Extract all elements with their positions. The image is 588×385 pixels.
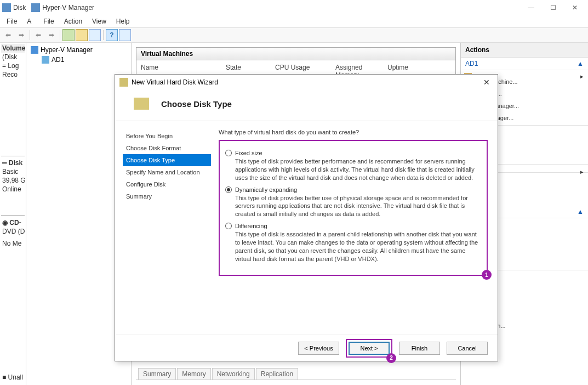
wizard-title: New Virtual Hard Disk Wizard <box>132 78 218 86</box>
badge-1: 1 <box>482 270 492 280</box>
refresh-icon[interactable] <box>119 29 131 41</box>
back-icon-2[interactable]: ⬅ <box>32 29 44 41</box>
tab-summary[interactable]: Summary <box>138 368 176 380</box>
basic-label: Basic <box>1 167 25 176</box>
wizard-header: Choose Disk Type <box>115 90 498 121</box>
wizard-close-icon[interactable]: ✕ <box>480 77 493 88</box>
app-title-2: Hyper-V Manager <box>42 4 94 12</box>
option-dynamic[interactable]: Dynamically expanding <box>225 186 481 193</box>
hyperv-icon <box>31 3 40 12</box>
wizard-steps: Before You Begin Choose Disk Format Choo… <box>115 121 211 335</box>
actions-header: Actions <box>461 43 588 58</box>
next-button[interactable]: Next > <box>349 342 390 355</box>
forward-icon-2[interactable]: ➡ <box>45 29 58 41</box>
menu-bar: File A File Action View Help <box>0 15 588 27</box>
step-summary[interactable]: Summary <box>123 190 211 202</box>
collapse-icon[interactable]: ▲ <box>577 60 584 67</box>
reco-row[interactable]: Reco <box>1 70 25 79</box>
nomedia-label: No Me <box>1 239 25 248</box>
help-icon[interactable]: ? <box>106 29 118 41</box>
label-dynamic: Dynamically expanding <box>235 186 297 193</box>
properties-icon[interactable] <box>76 29 88 41</box>
volume-header: Volume <box>1 44 25 53</box>
finish-button[interactable]: Finish <box>399 342 440 355</box>
dvd-label: DVD (D <box>1 227 25 236</box>
cd-label: ◉ CD- <box>1 218 25 227</box>
log-row[interactable]: = Log <box>1 61 25 70</box>
unallocated-label: ■ Unall <box>1 373 24 382</box>
title-bar: Disk Hyper-V Manager — ☐ ✕ <box>0 0 588 15</box>
disk-panel: Volume (Disk = Log Reco ═ Disk Basic 39,… <box>0 43 26 385</box>
back-icon[interactable]: ⬅ <box>2 29 14 41</box>
tree-root-label: Hyper-V Manager <box>41 46 93 54</box>
radio-dynamic[interactable] <box>225 186 232 193</box>
minimize-button[interactable]: — <box>520 0 542 15</box>
disk-row[interactable]: (Disk <box>1 53 25 61</box>
menu-view[interactable]: View <box>88 16 111 26</box>
server-icon <box>42 56 49 64</box>
wizard-titlebar: New Virtual Hard Disk Wizard ✕ <box>115 75 498 90</box>
option-fixed-size[interactable]: Fixed size <box>225 150 481 156</box>
menu-file-1[interactable]: File <box>2 16 21 26</box>
menu-file-2[interactable]: File <box>39 16 58 26</box>
previous-button[interactable]: < Previous <box>298 342 339 355</box>
menu-action[interactable]: Action <box>60 16 87 26</box>
desc-differencing: This type of disk is associated in a par… <box>235 230 481 263</box>
wizard-dialog: New Virtual Hard Disk Wizard ✕ Choose Di… <box>115 74 498 361</box>
tab-memory[interactable]: Memory <box>177 368 210 380</box>
step-choose-disk-type[interactable]: Choose Disk Type <box>123 154 211 166</box>
next-highlight: Next > 2 <box>346 339 392 358</box>
tab-replication[interactable]: Replication <box>256 368 298 380</box>
online-label: Online <box>1 185 25 194</box>
step-configure-disk[interactable]: Configure Disk <box>123 178 211 190</box>
badge-2: 2 <box>386 353 396 363</box>
disk0-label: ═ Disk <box>1 158 25 167</box>
menu-help[interactable]: Help <box>112 16 134 26</box>
actions-subheader[interactable]: AD1 ▲ <box>461 58 588 70</box>
desc-dynamic: This type of disk provides better use of… <box>235 194 481 219</box>
option-differencing[interactable]: Differencing <box>225 223 481 229</box>
highlight-box-1: Fixed size This type of disk provides be… <box>219 140 488 276</box>
show-hide-icon[interactable] <box>62 29 75 41</box>
step-specify-name-location[interactable]: Specify Name and Location <box>123 166 211 178</box>
cancel-button[interactable]: Cancel <box>447 342 488 355</box>
tree-child-label: AD1 <box>52 56 64 64</box>
hyperv-manager-icon <box>31 46 38 54</box>
tree-root[interactable]: Hyper-V Manager <box>28 45 129 55</box>
radio-differencing[interactable] <box>225 223 232 229</box>
disk-mgmt-icon <box>2 3 11 12</box>
forward-icon[interactable]: ➡ <box>15 29 27 41</box>
collapse-icon-2[interactable]: ▲ <box>577 208 584 216</box>
actions-sub-label: AD1 <box>465 60 478 67</box>
tabstrip: Summary Memory Networking Replication <box>136 368 456 380</box>
desc-fixed-size: This type of disk provides better perfor… <box>235 157 481 182</box>
step-choose-disk-format[interactable]: Choose Disk Format <box>123 142 211 154</box>
wizard-buttons: < Previous Next > 2 Finish Cancel <box>115 335 498 361</box>
wizard-question: What type of virtual hard disk do you wa… <box>219 129 488 135</box>
toolbar: ⬅ ➡ ⬅ ➡ ? <box>0 27 588 43</box>
disk-wizard-icon <box>134 98 149 110</box>
wizard-content: What type of virtual hard disk do you wa… <box>211 121 498 335</box>
step-before-you-begin[interactable]: Before You Begin <box>123 130 211 142</box>
app-title-1: Disk <box>13 4 26 12</box>
label-differencing: Differencing <box>235 223 267 229</box>
maximize-button[interactable]: ☐ <box>542 0 564 15</box>
radio-fixed-size[interactable] <box>225 150 232 156</box>
size-label: 39,98 G <box>1 176 25 185</box>
menu-a[interactable]: A <box>22 16 36 26</box>
wizard-heading: Choose Disk Type <box>161 99 232 109</box>
close-button[interactable]: ✕ <box>564 0 586 15</box>
tab-networking[interactable]: Networking <box>212 368 255 380</box>
list-icon[interactable] <box>89 29 101 41</box>
wizard-title-icon <box>119 78 128 87</box>
vm-header: Virtual Machines <box>136 48 455 60</box>
label-fixed-size: Fixed size <box>235 150 262 156</box>
tree-child-ad1[interactable]: AD1 <box>28 55 129 65</box>
